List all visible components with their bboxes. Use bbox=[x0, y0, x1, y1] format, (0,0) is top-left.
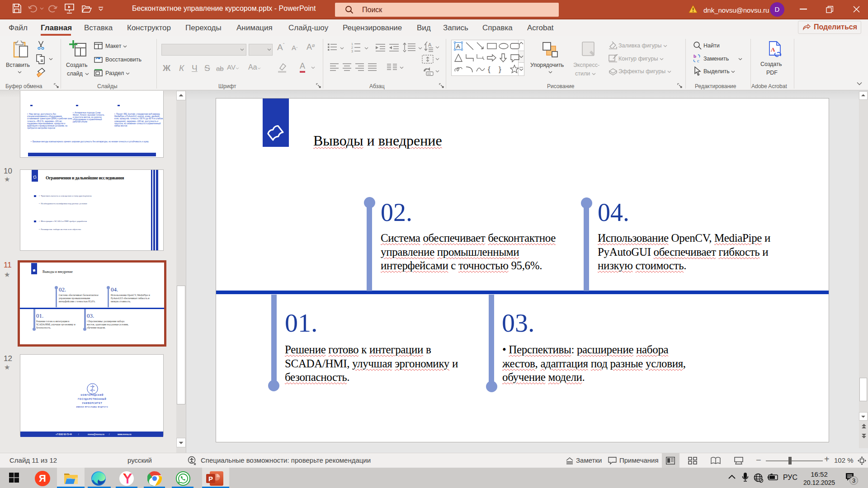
svg-text:А: А bbox=[428, 42, 432, 47]
svg-text:A: A bbox=[771, 46, 775, 53]
svg-text:2: 2 bbox=[351, 46, 353, 49]
svg-text:3: 3 bbox=[351, 50, 353, 52]
svg-text:P: P bbox=[208, 475, 213, 483]
svg-text:1: 1 bbox=[351, 42, 353, 46]
svg-text:b: b bbox=[693, 54, 696, 59]
svg-text:A: A bbox=[456, 43, 460, 50]
svg-text:c: c bbox=[697, 58, 699, 63]
